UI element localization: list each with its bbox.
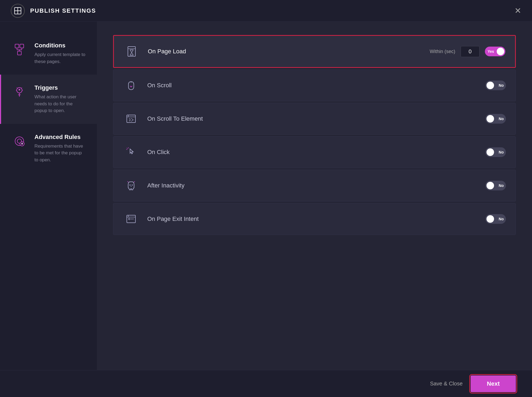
- exit-intent-icon: [123, 211, 139, 227]
- svg-point-35: [132, 184, 133, 186]
- page-load-label: On Page Load: [148, 48, 430, 55]
- click-icon: [123, 144, 139, 160]
- inactivity-icon: [123, 177, 139, 194]
- exit-intent-label: On Page Exit Intent: [147, 215, 485, 222]
- trigger-on-scroll[interactable]: On Scroll No: [113, 69, 516, 101]
- page-load-icon: [124, 43, 140, 60]
- conditions-label: Conditions: [34, 42, 86, 49]
- advanced-rules-text: Advanced Rules Requirements that have to…: [34, 134, 86, 163]
- scroll-label: On Scroll: [147, 82, 485, 89]
- scroll-to-element-label: On Scroll To Element: [147, 115, 485, 122]
- conditions-desc: Apply current template to these pages.: [34, 51, 86, 65]
- trigger-list: On Page Load Within (sec) Yes: [113, 35, 516, 357]
- svg-line-33: [127, 148, 128, 149]
- scroll-controls: No: [485, 81, 506, 90]
- advanced-rules-desc: Requirements that have to be met for the…: [34, 143, 86, 163]
- svg-point-34: [130, 184, 131, 186]
- scroll-to-element-icon: [123, 111, 139, 127]
- scroll-toggle[interactable]: No: [485, 81, 506, 90]
- scroll-to-element-controls: No: [485, 114, 506, 124]
- click-controls: No: [485, 147, 506, 157]
- exit-intent-controls: No: [485, 214, 506, 224]
- conditions-text: Conditions Apply current template to the…: [34, 42, 86, 65]
- svg-line-38: [134, 181, 135, 182]
- advanced-rules-icon: [12, 134, 27, 149]
- header-left: PUBLISH SETTINGS: [11, 4, 96, 18]
- within-label: Within (sec): [430, 49, 455, 54]
- save-close-button[interactable]: Save & Close: [430, 381, 463, 387]
- click-label: On Click: [147, 149, 485, 156]
- sidebar-item-triggers[interactable]: Triggers What action the user needs to d…: [0, 75, 97, 124]
- triggers-text: Triggers What action the user needs to d…: [34, 84, 86, 114]
- main-layout: Conditions Apply current template to the…: [0, 22, 532, 370]
- sidebar: Conditions Apply current template to the…: [0, 22, 97, 370]
- sidebar-item-conditions[interactable]: Conditions Apply current template to the…: [0, 32, 97, 75]
- trigger-after-inactivity[interactable]: After Inactivity No: [113, 170, 516, 201]
- exit-intent-toggle[interactable]: No: [485, 214, 506, 224]
- svg-line-13: [17, 88, 18, 88]
- page-load-controls: Within (sec) Yes: [430, 46, 505, 57]
- header: PUBLISH SETTINGS ✕: [0, 0, 532, 22]
- advanced-rules-label: Advanced Rules: [34, 134, 86, 141]
- triggers-label: Triggers: [34, 84, 86, 91]
- within-input[interactable]: [461, 46, 480, 57]
- svg-rect-23: [128, 47, 135, 56]
- svg-line-37: [127, 181, 128, 182]
- close-button[interactable]: ✕: [514, 7, 521, 15]
- scroll-icon: [123, 77, 139, 93]
- svg-rect-5: [18, 51, 21, 55]
- next-button[interactable]: Next: [471, 375, 516, 392]
- triggers-desc: What action the user needs to do for the…: [34, 93, 86, 114]
- page-load-toggle[interactable]: Yes: [485, 47, 505, 56]
- inactivity-label: After Inactivity: [147, 182, 485, 189]
- trigger-on-scroll-to-element[interactable]: On Scroll To Element No: [113, 103, 516, 135]
- svg-rect-4: [20, 44, 24, 48]
- trigger-on-page-load[interactable]: On Page Load Within (sec) Yes: [113, 35, 516, 68]
- svg-line-14: [21, 88, 22, 88]
- page-title: PUBLISH SETTINGS: [30, 7, 96, 14]
- trigger-on-page-exit-intent[interactable]: On Page Exit Intent No: [113, 203, 516, 235]
- conditions-icon: [12, 42, 27, 57]
- content-area: On Page Load Within (sec) Yes: [97, 22, 532, 370]
- scroll-to-element-toggle[interactable]: No: [485, 114, 506, 124]
- sidebar-item-advanced-rules[interactable]: Advanced Rules Requirements that have to…: [0, 124, 97, 173]
- click-toggle[interactable]: No: [485, 147, 506, 157]
- inactivity-toggle[interactable]: No: [485, 181, 506, 190]
- svg-point-12: [19, 89, 20, 90]
- inactivity-controls: No: [485, 181, 506, 190]
- trigger-on-click[interactable]: On Click No: [113, 136, 516, 168]
- svg-rect-3: [15, 44, 19, 48]
- triggers-icon: [12, 84, 27, 99]
- app-logo: [11, 4, 25, 18]
- footer: Save & Close Next: [0, 370, 532, 397]
